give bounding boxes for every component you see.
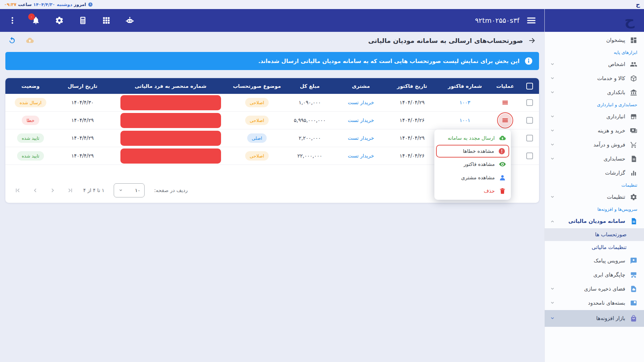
sidebar-item-label: انبارداری <box>606 114 625 120</box>
sidebar-item-label: اشخاص <box>608 61 625 67</box>
sidebar-item-cloud-printers[interactable]: چاپگرهای ابری <box>545 268 644 282</box>
page-title: صورتحساب‌های ارسالی به سامانه مودیان مال… <box>368 37 523 44</box>
chevron-down-icon <box>549 114 555 120</box>
customer-link[interactable]: خریدار تست <box>348 153 374 159</box>
package-icon <box>630 299 637 307</box>
printer-icon <box>630 271 637 279</box>
company-id[interactable]: ۹۲tm۰۲۵۵۰s۳f <box>475 16 520 24</box>
rows-per-page-select[interactable]: ۱۰ <box>114 183 145 197</box>
chevron-down-icon <box>549 286 555 292</box>
navbar-icon-group: ۰ <box>8 16 134 25</box>
column-header-operations: عملیات <box>490 83 520 89</box>
sidebar-item-label: بازار افزونه‌ها <box>596 315 625 321</box>
info-banner: این بخش برای نمایش لیست صورتحساب هایی اس… <box>5 52 539 70</box>
error-icon <box>498 147 505 155</box>
total-amount: ۲۲,۰۰۰,۰۰۰ <box>282 153 337 159</box>
app-logo: ح <box>625 13 635 27</box>
total-amount: ۲,۲۰۰,۰۰۰ <box>282 135 337 141</box>
sidebar-item-reports[interactable]: گزارشات <box>545 166 644 180</box>
menu-item-label: مشاهده خطاها <box>463 148 494 154</box>
select-all-checkbox[interactable] <box>526 83 533 89</box>
customer-link[interactable]: خریدار تست <box>348 135 374 141</box>
money-icon <box>630 127 637 134</box>
sidebar-item-label: چاپگرهای ابری <box>593 272 625 278</box>
invoice-number-link[interactable]: ۱۰۰۳ <box>460 100 470 106</box>
kebab-menu-icon[interactable] <box>8 16 17 25</box>
chevron-down-icon <box>549 300 555 306</box>
toolbar-icon-group <box>8 36 34 45</box>
sidebar-item-addons-market[interactable]: بازار افزونه‌ها <box>545 310 644 327</box>
menu-item-view-customer[interactable]: مشاهده مشتری <box>434 171 511 184</box>
sidebar-item-label: بانکداری <box>607 89 625 96</box>
send-date: ۱۴۰۴/۴/۲۹ <box>56 153 109 159</box>
assistant-robot-icon[interactable] <box>125 16 134 25</box>
sidebar-item-label: سرویس پیامک <box>594 258 625 264</box>
rows-per-page-value: ۱۰ <box>135 187 140 193</box>
menu-item-delete[interactable]: حذف <box>434 184 511 198</box>
settings-gear-icon[interactable] <box>55 16 64 25</box>
send-date: ۱۴۰۴/۴/۲۹ <box>56 135 109 141</box>
subject-badge: اصلاحی <box>245 151 269 161</box>
back-arrow-icon[interactable] <box>528 36 536 45</box>
time-label: ساعت <box>18 2 32 7</box>
column-header-customer: مشتری <box>337 83 384 89</box>
previous-page-icon[interactable] <box>32 187 39 194</box>
column-header-total: مبلغ کل <box>282 83 337 89</box>
row-checkbox[interactable] <box>526 135 533 141</box>
last-page-icon[interactable] <box>66 187 74 194</box>
cloud-upload-icon[interactable] <box>25 36 34 45</box>
invoice-date: ۱۴۰۴/۰۴/۲۹ <box>384 135 440 141</box>
notifications-bell-icon[interactable]: ۰ <box>32 16 40 25</box>
chevron-up-icon <box>549 218 555 224</box>
cart-icon <box>630 141 637 148</box>
chevron-down-icon <box>118 188 123 193</box>
column-header-tax-uid: شماره منحصر به فرد مالیاتی <box>109 83 232 89</box>
subject-badge: اصلی <box>247 133 267 143</box>
next-page-icon[interactable] <box>49 187 56 194</box>
row-checkbox[interactable] <box>526 99 533 106</box>
sidebar-item-storage[interactable]: فضای ذخیره سازی <box>545 282 644 296</box>
row-operations-button-active[interactable] <box>498 114 512 127</box>
weekday: دوشنبه <box>57 2 72 7</box>
sidebar-item-warehousing[interactable]: انبارداری <box>545 110 644 124</box>
refresh-icon[interactable] <box>8 37 16 45</box>
apps-grid-icon[interactable] <box>102 16 111 25</box>
invoice-number-link[interactable]: ۱۰۰۱ <box>460 117 470 123</box>
menu-item-view-errors[interactable]: مشاهده خطاها <box>436 145 509 158</box>
redaction-box <box>120 131 221 146</box>
customer-link[interactable]: خریدار تست <box>348 117 374 123</box>
menu-item-view-invoice[interactable]: مشاهده فاکتور <box>434 158 511 171</box>
sidebar-item-dashboard[interactable]: پیشخوان <box>545 33 644 47</box>
date-time-widget: امروز دوشنبه ۱۴۰۴/۴/۳۰ ساعت ۰۹:۳۷ <box>4 2 93 7</box>
sidebar-subitem-tax-settings[interactable]: تنظیمات مالیاتی <box>545 241 644 254</box>
sidebar-section-basic-tools: ابزارهای پایه <box>545 47 644 57</box>
sidebar-subitem-invoices[interactable]: صورتحساب ها <box>545 228 644 241</box>
sidebar-item-label: پیشخوان <box>606 37 625 43</box>
row-checkbox[interactable] <box>526 153 533 159</box>
menu-burger-icon[interactable] <box>526 15 536 25</box>
sidebar-item-unlimited-packages[interactable]: بسته‌های نامحدود <box>545 296 644 310</box>
table-row: ۱۰۰۱ ۱۴۰۴/۰۴/۲۶ خریدار تست ۵,۹۹۵,۰۰۰,۰۰۰… <box>5 112 539 129</box>
sidebar-item-sms-service[interactable]: سرویس پیامک <box>545 254 644 268</box>
invoice-date: ۱۴۰۴/۰۴/۲۶ <box>384 153 440 159</box>
sidebar-item-tax-system[interactable]: سامانه مودیان مالیاتی <box>545 214 644 228</box>
sidebar-item-persons[interactable]: اشخاص <box>545 57 644 71</box>
sidebar-item-purchase-expense[interactable]: خرید و هزینه <box>545 124 644 138</box>
bar-chart-icon <box>630 169 637 177</box>
sidebar-item-accounting[interactable]: حسابداری <box>545 152 644 166</box>
menu-item-resend[interactable]: ارسال مجدد به سامانه <box>434 131 511 145</box>
column-header-subject: موضوع صورتحساب <box>232 83 282 89</box>
customer-link[interactable]: خریدار تست <box>348 100 374 106</box>
table-row: ۱۰۰۳ ۱۴۰۴/۰۴/۲۹ خریدار تست ۱,۰۹۰,۰۰۰ اصل… <box>5 94 539 112</box>
sidebar-item-sales-income[interactable]: فروش و درآمد <box>545 138 644 152</box>
first-page-icon[interactable] <box>14 187 21 194</box>
column-header-invoice-no: شماره فاکتور <box>440 83 490 89</box>
row-checkbox[interactable] <box>526 117 533 124</box>
calculator-icon[interactable] <box>78 16 87 25</box>
row-operations-button[interactable] <box>498 96 512 109</box>
sidebar-section-accounting-warehousing: حسابداری و انبارداری <box>545 100 644 110</box>
sidebar-item-goods-services[interactable]: کالا و خدمات <box>545 71 644 85</box>
sidebar-item-label: فروش و درآمد <box>593 142 625 148</box>
sidebar-item-banking[interactable]: بانکداری <box>545 85 644 100</box>
sidebar-item-settings[interactable]: تنظیمات <box>545 190 644 204</box>
